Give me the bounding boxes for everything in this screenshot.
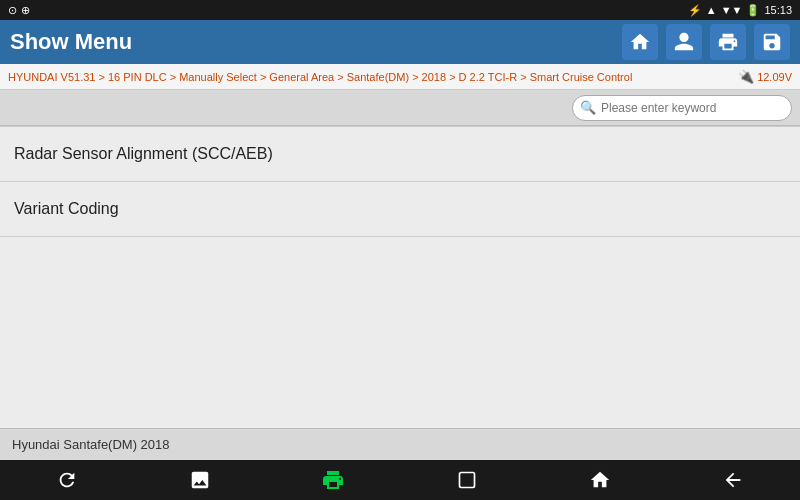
print-icon (717, 31, 739, 53)
user-icon (673, 31, 695, 53)
breadcrumb: HYUNDAI V51.31 > 16 PIN DLC > Manually S… (8, 71, 734, 83)
search-bar: 🔍 (0, 90, 800, 126)
list-item[interactable]: Radar Sensor Alignment (SCC/AEB) (0, 126, 800, 182)
nav-gallery-button[interactable] (180, 460, 220, 500)
header-icons (622, 24, 790, 60)
search-icon: 🔍 (580, 100, 596, 115)
home-icon (629, 31, 651, 53)
battery-icon: 🔋 (746, 4, 760, 17)
status-right: ⚡ ▲ ▼▼ 🔋 15:13 (688, 4, 792, 17)
save-icon (761, 31, 783, 53)
search-input[interactable] (572, 95, 792, 121)
bluetooth-icon: ⚡ (688, 4, 702, 17)
status-bar: ⊙ ⊕ ⚡ ▲ ▼▼ 🔋 15:13 (0, 0, 800, 20)
list-item[interactable]: Variant Coding (0, 182, 800, 237)
status-icon-2: ⊕ (21, 4, 30, 17)
battery-plug-icon: 🔌 (738, 69, 754, 84)
gallery-icon (189, 469, 211, 491)
breadcrumb-bar: HYUNDAI V51.31 > 16 PIN DLC > Manually S… (0, 64, 800, 90)
nav-print-button[interactable] (313, 460, 353, 500)
battery-indicator: 🔌 12.09V (738, 69, 792, 84)
print-button[interactable] (710, 24, 746, 60)
menu-item-label: Variant Coding (14, 200, 119, 217)
home-button[interactable] (622, 24, 658, 60)
menu-item-label: Radar Sensor Alignment (SCC/AEB) (14, 145, 273, 162)
header-bar: Show Menu (0, 20, 800, 64)
svg-rect-0 (459, 473, 474, 488)
nav-home-button[interactable] (580, 460, 620, 500)
back-icon (722, 469, 744, 491)
search-wrapper: 🔍 (572, 95, 792, 121)
refresh-icon (56, 469, 78, 491)
nav-square-button[interactable] (447, 460, 487, 500)
status-icon-1: ⊙ (8, 4, 17, 17)
user-button[interactable] (666, 24, 702, 60)
nav-refresh-button[interactable] (47, 460, 87, 500)
vehicle-info: Hyundai Santafe(DM) 2018 (12, 437, 170, 452)
page-title: Show Menu (10, 29, 622, 55)
wifi-icon: ▲ (706, 4, 717, 16)
footer-info-bar: Hyundai Santafe(DM) 2018 (0, 428, 800, 460)
save-button[interactable] (754, 24, 790, 60)
nav-home-icon (589, 469, 611, 491)
time-display: 15:13 (764, 4, 792, 16)
square-icon (457, 470, 477, 490)
nav-print-icon (321, 468, 345, 492)
battery-voltage: 12.09V (757, 71, 792, 83)
status-left: ⊙ ⊕ (8, 4, 30, 17)
nav-bar (0, 460, 800, 500)
signal-icon: ▼▼ (721, 4, 743, 16)
nav-back-button[interactable] (713, 460, 753, 500)
